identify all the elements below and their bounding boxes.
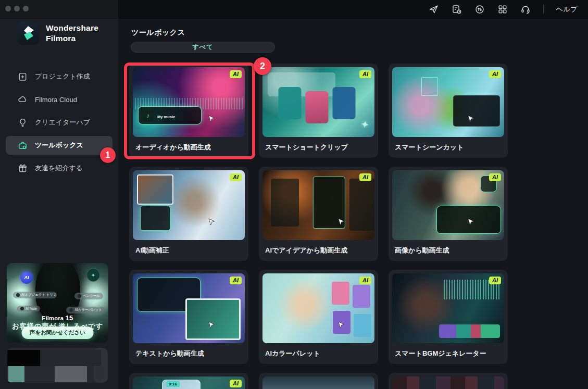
feedback-button[interactable]: 声をお聞かせください [21, 327, 94, 339]
sidebar-item-label: Filmora Cloud [35, 96, 77, 104]
tool-card-8[interactable]: AIスマートBGMジェネレーター [389, 270, 508, 364]
cursor-arrow-icon [467, 218, 475, 226]
support-headset-icon[interactable] [520, 4, 531, 15]
tool-card-thumbnail: AI♪My music [133, 67, 245, 137]
window-controls[interactable] [5, 6, 29, 11]
banner-feature-pill: AIオブジェクト トリミング [13, 292, 57, 298]
ai-badge: AI [230, 70, 242, 78]
toolbox-icon [18, 141, 28, 150]
ai-circle-icon: AI [20, 271, 33, 284]
titlebar-actions: ヘルプ [429, 0, 588, 19]
banner-feature-pill: ペンツール [74, 293, 103, 299]
ai-badge: AI [489, 277, 501, 284]
tool-card-1[interactable]: AI✦スマートショートクリップ [259, 64, 378, 158]
apps-grid-icon[interactable] [497, 4, 508, 15]
file-plus-icon [18, 72, 28, 82]
music-note-icon: ♪ [142, 110, 154, 121]
tool-card-label: スマートBGMジェネレーター [395, 343, 504, 364]
tool-card-label: テキストから動画生成 [135, 343, 244, 364]
banner-feature-pill: AI Note [17, 306, 40, 311]
tool-card-10[interactable] [259, 373, 378, 389]
sidebar-item-label: プロジェクト作成 [35, 72, 90, 81]
tool-card-label: スマートショートクリップ [265, 137, 374, 158]
ai-badge: AI [359, 70, 371, 78]
ai-badge: AI [230, 173, 242, 181]
feature-pill-icon [20, 307, 24, 310]
sidebar-item-label: 友達を紹介する [35, 164, 83, 173]
annotation-step-1-badge: 1 [100, 147, 116, 163]
account-area[interactable] [7, 348, 108, 383]
tool-card-thumbnail [392, 377, 504, 389]
filmora-logo-icon [17, 22, 39, 45]
tool-card-4[interactable]: AIAIでアイデアから動画生成 [259, 167, 378, 261]
feedback-promo-banner[interactable]: AI ✦ AIオブジェクト トリミングAI NoteペンツールAIカラーパレット… [7, 263, 108, 343]
tool-card-11[interactable] [389, 373, 508, 389]
close-window-icon[interactable] [5, 6, 11, 11]
tool-card-7[interactable]: AIAIカラーパレット [259, 270, 378, 364]
cursor-arrow-icon [337, 321, 345, 329]
ai-badge: AI [359, 173, 371, 181]
titlebar: ヘルプ [0, 0, 588, 19]
tool-card-thumbnail: AI9:16 [133, 377, 245, 389]
cursor-arrow-icon [208, 218, 216, 226]
recent-projects-icon[interactable] [452, 4, 462, 15]
tool-card-0[interactable]: AI♪My musicオーディオから動画生成 [129, 64, 248, 158]
page-title: ツールボックス [131, 28, 185, 37]
award-badge-icon: ✦ [86, 268, 100, 282]
redacted-block [40, 350, 101, 366]
tool-card-thumbnail: AI [392, 170, 504, 240]
app-name: WondershareFilmora [46, 23, 98, 44]
tool-card-thumbnail: AI [262, 273, 374, 343]
tool-card-grid: AI♪My musicオーディオから動画生成AI✦スマートショートクリップAIス… [129, 64, 525, 389]
cursor-arrow-icon [467, 115, 475, 123]
redacted-block [24, 366, 55, 382]
ai-badge: AI [230, 277, 242, 284]
tool-card-thumbnail: AI [392, 67, 504, 137]
cursor-arrow-icon [208, 115, 216, 123]
tool-card-label: AIカラーパレット [265, 343, 374, 364]
sidebar-item-toolbox[interactable]: ツールボックス [6, 136, 112, 155]
cloud-sync-icon[interactable] [474, 4, 485, 15]
tool-card-label: AI動画補正 [135, 240, 244, 261]
ai-badge: AI [230, 380, 242, 387]
tool-card-thumbnail: AI [262, 170, 374, 240]
sidebar-item-refer-friend[interactable]: 友達を紹介する [6, 159, 112, 178]
sidebar-item-creator-hub[interactable]: クリエイターハブ [6, 113, 112, 132]
filmora-window: ヘルプ WondershareFilmora プロジェクト作成Filmora C… [0, 0, 588, 389]
redacted-block [7, 350, 40, 366]
tool-card-thumbnail: AI✦ [262, 67, 374, 137]
banner-feature-pill: AIカラーパレット [66, 307, 105, 313]
feature-pill-icon [69, 308, 73, 312]
ai-badge: AI [489, 173, 501, 181]
tool-card-label: スマートシーンカット [395, 137, 504, 158]
filter-all-tab[interactable]: すべて [131, 42, 275, 53]
sidebar-item-filmora-cloud[interactable]: Filmora Cloud [6, 90, 112, 109]
zoom-window-icon[interactable] [23, 6, 29, 11]
tool-card-6[interactable]: AIテキストから動画生成 [129, 270, 248, 364]
banner-logo: Filmora 15 [7, 314, 108, 322]
avatar [8, 366, 24, 382]
cursor-arrow-icon [208, 321, 216, 329]
annotation-step-2-badge: 2 [254, 57, 271, 75]
tool-card-5[interactable]: AI画像から動画生成 [389, 167, 508, 261]
send-icon[interactable] [429, 4, 439, 15]
magic-wand-icon: ✦ [359, 118, 370, 132]
tool-card-label: オーディオから動画生成 [135, 137, 244, 158]
ai-badge: AI [359, 277, 371, 284]
tool-card-thumbnail: AI [133, 170, 245, 240]
sidebar-item-label: ツールボックス [35, 141, 83, 150]
tool-card-label: 画像から動画生成 [395, 240, 504, 261]
lightbulb-icon [18, 118, 28, 128]
tool-card-3[interactable]: AIAI動画補正 [129, 167, 248, 261]
tool-card-thumbnail [262, 377, 374, 389]
tool-card-thumbnail: AI [392, 273, 504, 343]
tool-card-2[interactable]: AIスマートシーンカット [389, 64, 508, 158]
tool-card-9[interactable]: AI9:16 [129, 373, 248, 389]
redacted-block [55, 366, 87, 382]
minimize-window-icon[interactable] [14, 6, 20, 11]
gift-icon [18, 164, 28, 173]
sidebar-item-create-project[interactable]: プロジェクト作成 [6, 67, 112, 86]
sidebar-menu: プロジェクト作成Filmora Cloudクリエイターハブツールボックス友達を紹… [0, 67, 118, 182]
music-player-overlay: ♪My music [138, 106, 202, 124]
help-button[interactable]: ヘルプ [556, 5, 578, 14]
